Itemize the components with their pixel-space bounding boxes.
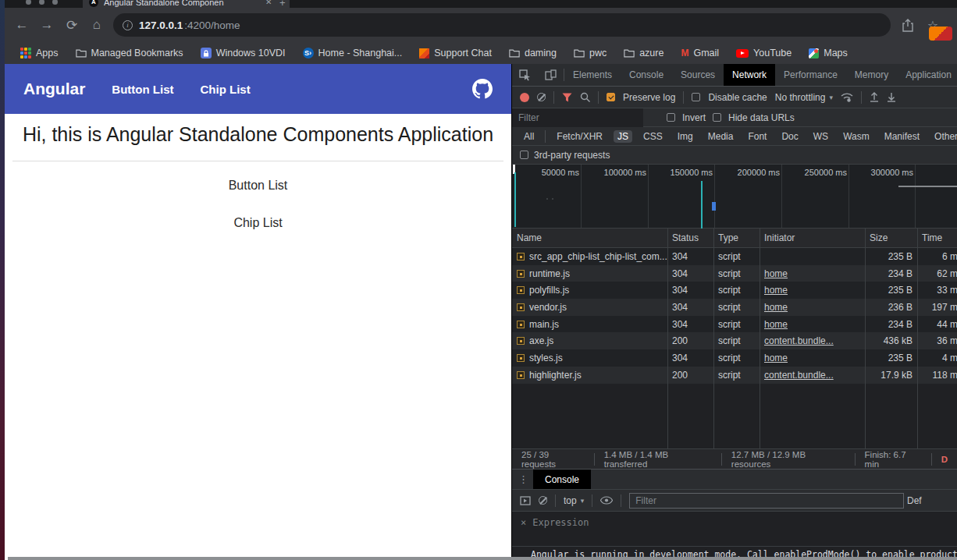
- bookmark-azure[interactable]: azure: [624, 48, 663, 58]
- column-header-time[interactable]: Time: [917, 229, 957, 247]
- record-network-log-button[interactable]: [520, 93, 529, 102]
- filter-funnel-icon[interactable]: [562, 93, 572, 102]
- tab-memory[interactable]: Memory: [846, 64, 897, 86]
- tab-elements[interactable]: Elements: [564, 64, 621, 86]
- initiator-link[interactable]: content.bundle...: [764, 370, 834, 381]
- column-header-size[interactable]: Size: [865, 229, 917, 247]
- github-icon[interactable]: [472, 79, 493, 99]
- bookmark-youtube[interactable]: YouTube: [736, 48, 792, 58]
- third-party-checkbox[interactable]: [520, 151, 528, 159]
- column-header-name[interactable]: Name: [512, 229, 667, 247]
- type-filter-ws[interactable]: WS: [809, 130, 832, 143]
- remove-expression-icon[interactable]: ×: [521, 517, 526, 528]
- type-filter-wasm[interactable]: Wasm: [839, 130, 873, 143]
- table-row[interactable]: vendor.js 304 script home 236 B 197 m: [512, 299, 957, 316]
- live-expression-eye-icon[interactable]: [600, 496, 613, 505]
- live-expression-row[interactable]: × Expression: [512, 512, 957, 533]
- invert-checkbox[interactable]: [667, 113, 675, 122]
- type-filter-js[interactable]: JS: [614, 130, 632, 143]
- table-row[interactable]: runtime.js 304 script home 234 B 62 m: [512, 265, 957, 282]
- network-overview-timeline[interactable]: 50000 ms 100000 ms 150000 ms 200000 ms 2…: [512, 165, 957, 229]
- column-divider[interactable]: [917, 229, 918, 448]
- type-filter-doc[interactable]: Doc: [777, 130, 802, 143]
- table-row[interactable]: styles.js 304 script home 235 B 4 m: [512, 349, 957, 367]
- column-header-type[interactable]: Type: [713, 229, 760, 247]
- bookmark-windows-10vdi[interactable]: Windows 10VDI: [201, 48, 286, 58]
- type-filter-fetch-xhr[interactable]: Fetch/XHR: [553, 130, 607, 143]
- bookmark-daming[interactable]: daming: [509, 48, 557, 58]
- disable-cache-checkbox[interactable]: [692, 93, 700, 101]
- preserve-log-checkbox[interactable]: [607, 93, 615, 101]
- console-sidebar-icon[interactable]: [520, 496, 531, 505]
- column-divider[interactable]: [865, 229, 866, 448]
- type-filter-img[interactable]: Img: [674, 130, 697, 143]
- tab-network[interactable]: Network: [724, 64, 775, 86]
- initiator-link[interactable]: home: [764, 353, 788, 363]
- tab-console[interactable]: Console: [621, 64, 672, 86]
- throttling-dropdown[interactable]: No throttling ▾: [775, 92, 833, 103]
- initiator-link[interactable]: home: [764, 319, 788, 330]
- reload-icon[interactable]: ⟳: [59, 17, 84, 34]
- home-icon[interactable]: ⌂: [84, 17, 109, 33]
- bookmark-home-shanghai[interactable]: S› Home - Shanghai...: [303, 48, 403, 58]
- nav-button-list[interactable]: Button List: [112, 83, 173, 96]
- initiator-link[interactable]: home: [764, 268, 788, 279]
- drawer-menu-icon[interactable]: ⋮: [518, 473, 528, 485]
- export-har-icon[interactable]: [887, 92, 896, 102]
- bookmark-managed-bookmarks[interactable]: Managed Bookmarks: [76, 48, 183, 58]
- extension-icon[interactable]: [929, 27, 952, 41]
- tab-close-icon[interactable]: ✕: [265, 0, 272, 6]
- import-har-icon[interactable]: [870, 92, 879, 102]
- inspect-element-icon[interactable]: [512, 69, 538, 81]
- network-conditions-icon[interactable]: [841, 92, 853, 102]
- tab-application[interactable]: Application: [897, 64, 957, 86]
- nav-chip-list[interactable]: Chip List: [201, 83, 251, 96]
- link-button-list[interactable]: Button List: [5, 179, 511, 193]
- column-divider[interactable]: [713, 229, 714, 448]
- share-icon[interactable]: [902, 19, 913, 32]
- bookmark-support-chat[interactable]: Support Chat: [419, 48, 492, 58]
- bookmark-gmail[interactable]: M Gmail: [681, 48, 719, 58]
- bookmark-pwc[interactable]: pwc: [574, 48, 607, 58]
- initiator-link[interactable]: home: [764, 285, 788, 296]
- table-row[interactable]: main.js 304 script home 234 B 44 m: [512, 316, 957, 333]
- device-toolbar-icon[interactable]: [538, 69, 564, 80]
- column-header-initiator[interactable]: Initiator: [760, 229, 865, 247]
- site-info-icon[interactable]: i: [123, 20, 133, 30]
- traffic-light-close[interactable]: [26, 0, 31, 5]
- type-filter-font[interactable]: Font: [744, 130, 770, 143]
- context-dropdown[interactable]: top ▾: [564, 495, 584, 506]
- network-filter-input[interactable]: [512, 108, 643, 127]
- initiator-link[interactable]: content.bundle...: [764, 335, 834, 346]
- table-row[interactable]: axe.js 200 script content.bundle... 436 …: [512, 332, 957, 349]
- bookmark-maps[interactable]: Maps: [809, 48, 848, 58]
- tab-sources[interactable]: Sources: [672, 64, 724, 86]
- initiator-link[interactable]: home: [764, 302, 788, 313]
- type-filter-css[interactable]: CSS: [639, 130, 667, 143]
- type-filter-all[interactable]: All: [520, 130, 538, 143]
- address-bar[interactable]: i 127.0.0.1 :4200/home: [113, 13, 891, 37]
- table-row[interactable]: src_app_chip-list_chip-list_com... 304 s…: [512, 248, 957, 265]
- type-filter-other[interactable]: Other: [930, 130, 957, 143]
- search-icon[interactable]: [580, 92, 590, 102]
- bookmark-apps[interactable]: Apps: [20, 48, 59, 58]
- traffic-light-minimize[interactable]: [39, 0, 44, 5]
- drawer-tab-console[interactable]: Console: [533, 470, 591, 489]
- forward-icon[interactable]: →: [34, 17, 59, 33]
- console-filter-input[interactable]: [629, 493, 904, 509]
- type-filter-manifest[interactable]: Manifest: [881, 130, 923, 143]
- link-chip-list[interactable]: Chip List: [5, 216, 511, 230]
- traffic-light-zoom[interactable]: [52, 0, 58, 5]
- table-row[interactable]: polyfills.js 304 script home 235 B 33 m: [512, 282, 957, 299]
- clear-network-log-icon[interactable]: [537, 93, 546, 101]
- column-divider[interactable]: [667, 229, 668, 448]
- back-icon[interactable]: ←: [9, 17, 34, 33]
- log-levels-dropdown[interactable]: Def: [907, 495, 922, 506]
- column-divider[interactable]: [760, 229, 760, 448]
- clear-console-icon[interactable]: [539, 496, 547, 505]
- tab-performance[interactable]: Performance: [775, 64, 846, 86]
- table-row[interactable]: highlighter.js 200 script content.bundle…: [512, 367, 957, 384]
- column-header-status[interactable]: Status: [667, 229, 713, 247]
- hide-data-urls-checkbox[interactable]: [713, 113, 721, 122]
- type-filter-media[interactable]: Media: [704, 130, 738, 143]
